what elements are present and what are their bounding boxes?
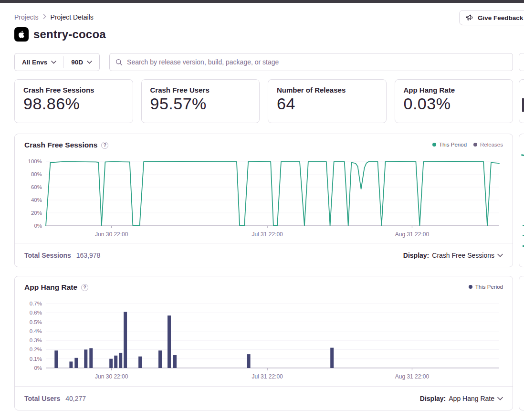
breadcrumb: Projects Project Details (14, 13, 94, 21)
legend-label: Releases (480, 142, 503, 147)
date-range-filter-button[interactable]: 90D (64, 53, 99, 71)
browser-top-bar (0, 0, 524, 3)
chevron-down-icon (497, 397, 503, 400)
stat-label: Crash Free Sessions (23, 86, 124, 94)
svg-text:0%: 0% (34, 365, 42, 371)
stat-value: 0.03% (404, 94, 504, 113)
svg-text:Jul 31 22:00: Jul 31 22:00 (252, 373, 283, 380)
total-users-label: Total Users (24, 395, 60, 402)
legend-item-this-period[interactable]: This Period (432, 142, 467, 147)
app-hang-rate-bar-chart[interactable]: 0%0.1%0.2%0.3%0.4%0.5%0.6%0.7%Jun 30 22:… (15, 296, 513, 381)
svg-text:0.6%: 0.6% (30, 310, 42, 315)
svg-text:Jul 31 22:00: Jul 31 22:00 (252, 231, 283, 238)
stat-label: App Hang Rate (404, 86, 504, 94)
svg-text:100%: 100% (28, 158, 42, 164)
chart-footer: Total Sessions 163,978 Display: Crash Fr… (15, 243, 513, 267)
breadcrumb-projects-link[interactable]: Projects (14, 13, 39, 21)
total-sessions-label: Total Sessions (24, 252, 71, 259)
filter-bar: All Envs 90D (14, 53, 513, 71)
cutoff-chart-card-fragment (519, 276, 524, 410)
svg-text:Aug 31 22:00: Aug 31 22:00 (395, 373, 430, 380)
svg-text:80%: 80% (31, 171, 42, 177)
total-sessions-value: 163,978 (76, 252, 101, 259)
stat-card-number-of-releases: Number of Releases 64 (268, 79, 387, 123)
cutoff-line-fragment (521, 154, 524, 157)
stat-label: Number of Releases (277, 86, 377, 94)
stat-card-crash-free-users: Crash Free Users 95.57% (141, 79, 260, 123)
svg-text:0.4%: 0.4% (30, 328, 42, 334)
display-dropdown[interactable]: Display: App Hang Rate (420, 395, 503, 402)
display-value: Crash Free Sessions (432, 252, 494, 259)
chevron-down-icon (497, 253, 503, 257)
svg-text:0.5%: 0.5% (30, 319, 42, 325)
legend-item-releases[interactable]: Releases (473, 142, 503, 147)
legend-dot (432, 143, 436, 147)
chevron-right-icon (43, 14, 46, 21)
help-icon[interactable]: ? (81, 284, 88, 291)
svg-text:40%: 40% (31, 197, 42, 203)
svg-text:20%: 20% (31, 210, 42, 216)
chart-footer: Total Users 40,277 Display: App Hang Rat… (15, 386, 513, 410)
legend-dot (473, 143, 477, 147)
stat-label: Crash Free Users (150, 86, 251, 94)
legend-label: This Period (475, 284, 503, 290)
stat-value: 95.57% (150, 94, 251, 113)
chart-legend: This Period Releases (432, 142, 503, 147)
cutoff-digit-fragment (522, 98, 524, 112)
svg-text:0.1%: 0.1% (30, 356, 42, 362)
date-range-label: 90D (71, 59, 83, 66)
page-title: sentry-cocoa (33, 28, 106, 41)
crash-free-sessions-chart-card: Crash Free Sessions ? This Period Releas… (14, 134, 513, 267)
chart-legend: This Period (469, 284, 503, 290)
cutoff-search-fragment (519, 53, 524, 71)
display-label: Display: (420, 395, 446, 402)
stat-card-crash-free-sessions: Crash Free Sessions 98.86% (14, 79, 133, 123)
chart-header: Crash Free Sessions ? This Period Releas… (15, 134, 513, 154)
cutoff-chart-card-fragment (519, 134, 524, 267)
env-period-filter-group: All Envs 90D (14, 53, 100, 71)
legend-dot (469, 285, 472, 289)
legend-label: This Period (439, 142, 467, 147)
stat-value: 64 (277, 94, 377, 113)
crash-free-sessions-line-chart[interactable]: 0%20%40%60%80%100%Jun 30 22:00Jul 31 22:… (15, 154, 513, 239)
svg-text:Aug 31 22:00: Aug 31 22:00 (395, 231, 430, 238)
project-header: sentry-cocoa (14, 27, 106, 42)
stat-card-app-hang-rate: App Hang Rate 0.03% (395, 79, 514, 123)
chart-title: App Hang Rate (24, 283, 77, 292)
help-icon[interactable]: ? (101, 142, 108, 149)
svg-text:0.2%: 0.2% (30, 346, 42, 352)
environment-filter-label: All Envs (22, 59, 47, 66)
svg-text:0.3%: 0.3% (30, 337, 42, 343)
stats-row: Crash Free Sessions 98.86% Crash Free Us… (14, 79, 513, 123)
svg-text:Jun 30 22:00: Jun 30 22:00 (95, 231, 128, 238)
search-input[interactable] (127, 58, 507, 66)
svg-text:0%: 0% (34, 223, 42, 229)
give-feedback-label: Give Feedback (478, 14, 523, 21)
chevron-down-icon (87, 61, 92, 64)
svg-text:0.7%: 0.7% (30, 301, 42, 306)
stat-value: 98.86% (23, 94, 124, 113)
megaphone-icon (466, 14, 474, 21)
cutoff-stat-card-fragment (519, 79, 524, 123)
search-icon (115, 59, 123, 66)
chart-title: Crash Free Sessions (24, 141, 97, 149)
give-feedback-button[interactable]: Give Feedback (459, 10, 524, 25)
display-label: Display: (403, 252, 429, 259)
chart-header: App Hang Rate ? This Period (15, 276, 513, 296)
svg-text:Jun 30 22:00: Jun 30 22:00 (95, 373, 128, 380)
release-search-box (109, 53, 513, 71)
total-users-value: 40,277 (65, 395, 86, 402)
chevron-down-icon (51, 61, 56, 64)
display-value: App Hang Rate (449, 395, 494, 402)
legend-item-this-period[interactable]: This Period (469, 284, 503, 290)
app-hang-rate-chart-card: App Hang Rate ? This Period 0%0.1%0.2%0.… (14, 276, 513, 410)
apple-icon (14, 27, 29, 42)
svg-text:60%: 60% (31, 184, 42, 190)
environment-filter-button[interactable]: All Envs (15, 53, 63, 71)
display-dropdown[interactable]: Display: Crash Free Sessions (403, 252, 503, 259)
breadcrumb-current: Project Details (51, 13, 94, 21)
